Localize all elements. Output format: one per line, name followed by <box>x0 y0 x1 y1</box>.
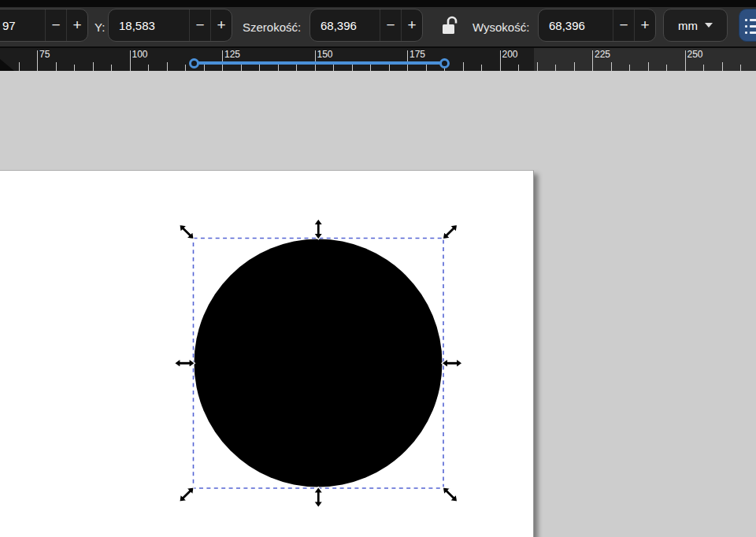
y-increment-button[interactable]: + <box>210 9 232 41</box>
x-value: 97 <box>0 9 45 41</box>
selection-scale-handle-bottom-right[interactable] <box>439 484 460 505</box>
height-decrement-button[interactable]: − <box>613 9 634 41</box>
list-options-icon <box>745 19 756 33</box>
unit-dropdown[interactable]: mm <box>663 9 728 42</box>
selection-scale-handle-bottom[interactable] <box>314 487 323 508</box>
y-coordinate-field[interactable]: 18,583 − + <box>108 9 232 42</box>
ruler-span-start-knob <box>189 58 199 69</box>
x-increment-button[interactable]: + <box>66 9 87 41</box>
height-value: 68,396 <box>539 9 613 41</box>
top-strip <box>0 0 756 7</box>
selection-scale-handle-left[interactable] <box>175 359 195 368</box>
horizontal-ruler[interactable]: 75100125150175200225250 <box>0 46 756 71</box>
drawing-canvas[interactable] <box>0 71 756 537</box>
width-field[interactable]: 68,396 − + <box>309 9 423 42</box>
x-decrement-button[interactable]: − <box>45 9 66 41</box>
ruler-span-end-knob <box>439 58 450 69</box>
width-label: Szerokość: <box>243 7 301 46</box>
width-decrement-button[interactable]: − <box>380 9 401 41</box>
lock-aspect-ratio-toggle[interactable] <box>438 13 463 40</box>
y-value: 18,583 <box>109 9 189 41</box>
x-coordinate-field[interactable]: 97 − + <box>0 9 88 42</box>
y-label: Y: <box>94 7 105 46</box>
scale-options-button[interactable] <box>739 9 756 42</box>
unit-value: mm <box>678 19 698 32</box>
ruler-selection-span <box>194 61 445 65</box>
height-label: Wysokość: <box>472 7 529 46</box>
ruler-corner-marker <box>0 59 14 71</box>
selection-scale-handle-bottom-left[interactable] <box>176 484 197 505</box>
selection-scale-handle-top-right[interactable] <box>439 221 460 242</box>
open-padlock-icon <box>440 13 461 40</box>
selection-scale-handle-right[interactable] <box>442 359 462 368</box>
height-field[interactable]: 68,396 − + <box>538 9 656 42</box>
chevron-down-icon <box>705 23 713 28</box>
width-value: 68,396 <box>310 9 380 41</box>
inkscape-window: 97 − + Y: 18,583 − + Szerokość: 68,396 −… <box>0 0 756 537</box>
selection-scale-handle-top-left[interactable] <box>176 221 197 242</box>
selected-ellipse-object[interactable] <box>195 239 443 487</box>
height-increment-button[interactable]: + <box>634 9 655 41</box>
y-decrement-button[interactable]: − <box>189 9 210 41</box>
selector-tool-options-bar: 97 − + Y: 18,583 − + Szerokość: 68,396 −… <box>0 7 756 46</box>
selection-scale-handle-top[interactable] <box>314 219 323 239</box>
width-increment-button[interactable]: + <box>401 9 422 41</box>
